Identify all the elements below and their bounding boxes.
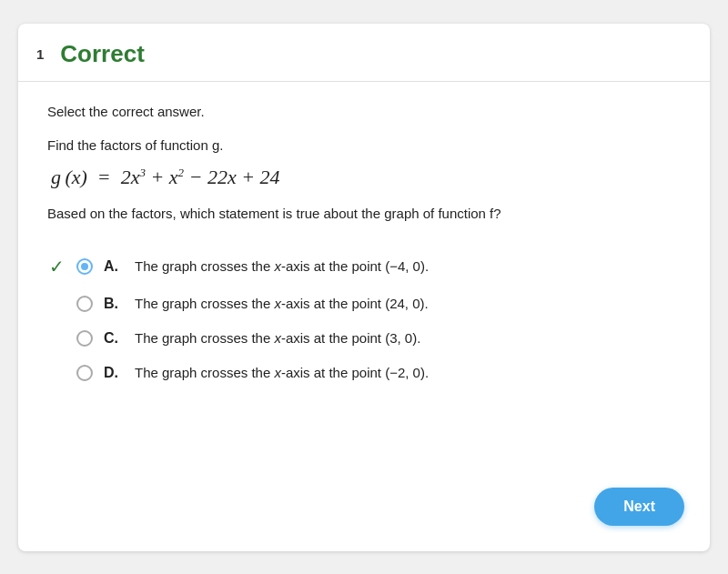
question-line2: Based on the factors, which statement is… bbox=[47, 206, 681, 221]
formula-display: g (x) = 2x3 + x2 − 22x + 24 bbox=[47, 166, 681, 189]
checkmark-icon-a: ✓ bbox=[47, 256, 66, 277]
radio-d[interactable] bbox=[76, 365, 93, 381]
option-letter-b: B. bbox=[104, 296, 124, 312]
question-card: 1 Correct Select the correct answer. Fin… bbox=[18, 24, 710, 551]
question-number: 1 bbox=[36, 46, 44, 62]
instruction-text: Select the correct answer. bbox=[47, 104, 681, 119]
option-letter-c: C. bbox=[104, 330, 124, 347]
next-button[interactable]: Next bbox=[594, 488, 684, 526]
formula-text: g (x) = 2x3 + x2 − 22x + 24 bbox=[51, 166, 280, 189]
option-letter-d: D. bbox=[104, 365, 124, 381]
option-c[interactable]: C. The graph crosses the x-axis at the p… bbox=[47, 321, 681, 356]
option-letter-a: A. bbox=[104, 258, 124, 275]
radio-b[interactable] bbox=[76, 296, 93, 312]
radio-c[interactable] bbox=[76, 330, 93, 347]
option-text-d: The graph crosses the x-axis at the poin… bbox=[135, 365, 429, 380]
option-text-a: The graph crosses the x-axis at the poin… bbox=[135, 258, 429, 274]
card-body: Select the correct answer. Find the fact… bbox=[18, 82, 710, 412]
correct-status-label: Correct bbox=[60, 40, 144, 68]
option-text-b: The graph crosses the x-axis at the poin… bbox=[135, 296, 429, 311]
option-b[interactable]: B. The graph crosses the x-axis at the p… bbox=[47, 287, 681, 321]
option-text-c: The graph crosses the x-axis at the poin… bbox=[135, 330, 420, 346]
question-line1: Find the factors of function g. bbox=[47, 137, 681, 153]
option-a[interactable]: ✓ A. The graph crosses the x-axis at the… bbox=[47, 247, 681, 287]
options-list: ✓ A. The graph crosses the x-axis at the… bbox=[47, 247, 681, 390]
radio-a[interactable] bbox=[76, 258, 93, 275]
option-d[interactable]: D. The graph crosses the x-axis at the p… bbox=[47, 356, 681, 390]
card-header: 1 Correct bbox=[18, 24, 710, 82]
